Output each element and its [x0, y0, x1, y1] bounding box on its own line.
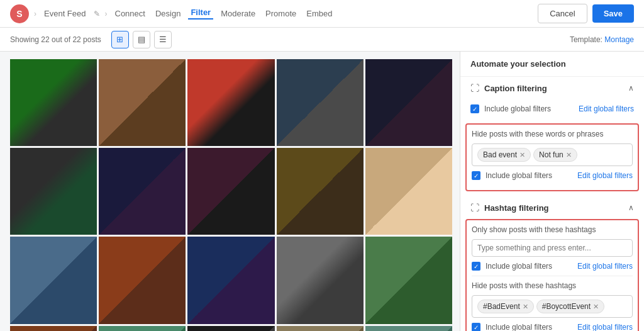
- only-show-label: Only show posts with these hashtags: [472, 225, 633, 234]
- photo-grid: [10, 59, 452, 331]
- hide-words-tags-area[interactable]: Bad event✕Not fun✕: [472, 143, 633, 166]
- nav-connect[interactable]: Connect: [113, 9, 148, 18]
- tag-remove-button[interactable]: ✕: [519, 151, 525, 159]
- hide-hashtag-tags-area[interactable]: #BadEvent✕#BoycottEvent✕: [472, 295, 633, 318]
- sub-bar: Showing 22 out of 22 posts ⊞ ▤ ☰ Templat…: [0, 28, 644, 52]
- photo-cell[interactable]: [99, 326, 186, 331]
- tag-remove-button[interactable]: ✕: [593, 303, 599, 311]
- caption-section-title: Caption filtering: [484, 84, 628, 93]
- tag-remove-button[interactable]: ✕: [523, 303, 528, 311]
- tag-remove-button[interactable]: ✕: [566, 151, 572, 159]
- view-icons: ⊞ ▤ ☰: [111, 31, 172, 48]
- list-view-icon[interactable]: ▤: [133, 31, 150, 48]
- hashtag-tag: #BadEvent✕: [477, 300, 534, 313]
- showing-text: Showing 22 out of 22 posts: [10, 35, 101, 44]
- right-panel: Automate your selection ⛶ Caption filter…: [460, 52, 644, 331]
- divider: [472, 276, 633, 276]
- grid-view-icon[interactable]: ⊞: [111, 31, 129, 48]
- photo-cell[interactable]: [10, 326, 97, 331]
- photo-cell[interactable]: [187, 59, 274, 146]
- hide-hashtag-edit-link[interactable]: Edit global filters: [577, 323, 633, 331]
- nav-promote[interactable]: Promote: [263, 9, 299, 18]
- photo-cell[interactable]: [277, 59, 364, 146]
- hide-hashtag-label: Hide posts with these hashtags: [472, 281, 633, 290]
- hashtag-chevron-icon: ∧: [628, 203, 634, 212]
- photo-cell[interactable]: [99, 237, 186, 323]
- caption-chevron-icon: ∧: [628, 84, 634, 93]
- panel-header: Automate your selection: [460, 52, 644, 77]
- caption-include-label: Include global filters: [484, 104, 574, 113]
- template-label: Template:: [570, 35, 602, 44]
- only-show-edit-link[interactable]: Edit global filters: [577, 262, 633, 271]
- photo-grid-area: [0, 52, 460, 331]
- nav-filter[interactable]: Filter: [188, 8, 213, 20]
- photo-cell[interactable]: [277, 326, 364, 331]
- hide-edit-link[interactable]: Edit global filters: [577, 171, 633, 180]
- photo-cell[interactable]: [10, 148, 97, 235]
- hashtag-type-input[interactable]: [472, 239, 633, 257]
- hashtag-section-title: Hashtag filtering: [484, 203, 628, 213]
- photo-cell[interactable]: [365, 148, 452, 235]
- hide-include-checkbox[interactable]: [472, 171, 480, 180]
- nav-design[interactable]: Design: [153, 9, 183, 18]
- nav-chevron-2: ›: [105, 9, 108, 18]
- hashtag-content-section: Only show posts with these hashtags Incl…: [465, 219, 639, 331]
- photo-cell[interactable]: [99, 148, 186, 235]
- caption-edit-link[interactable]: Edit global filters: [579, 104, 634, 113]
- only-show-include-checkbox[interactable]: [472, 262, 480, 271]
- tag-label: Bad event: [483, 150, 517, 159]
- photo-cell[interactable]: [10, 237, 97, 323]
- photo-cell[interactable]: [187, 326, 274, 331]
- caption-include-checkbox[interactable]: [470, 104, 479, 113]
- hide-words-section: Hide posts with these words or phrases B…: [465, 123, 639, 191]
- main-layout: Automate your selection ⛶ Caption filter…: [0, 52, 644, 331]
- hashtag-section-header[interactable]: ⛶ Hashtag filtering ∧: [460, 196, 644, 219]
- hide-include-label: Include global filters: [486, 171, 572, 180]
- hide-hashtag-include-checkbox[interactable]: [472, 323, 480, 331]
- photo-cell[interactable]: [365, 237, 452, 323]
- nav-embed[interactable]: Embed: [304, 9, 335, 18]
- caption-tag: Bad event✕: [477, 148, 531, 162]
- breadcrumb-chevron: ›: [34, 9, 36, 18]
- hashtag-tag: #BoycottEvent✕: [536, 300, 604, 313]
- caption-section-header[interactable]: ⛶ Caption filtering ∧: [460, 77, 644, 99]
- tag-label: #BadEvent: [483, 302, 520, 311]
- nav-breadcrumb[interactable]: Event Feed: [42, 9, 89, 18]
- top-nav: S › Event Feed ✎ › Connect Design Filter…: [0, 0, 644, 28]
- card-view-icon[interactable]: ☰: [154, 31, 172, 48]
- photo-cell[interactable]: [365, 59, 452, 146]
- caption-tag: Not fun✕: [533, 148, 577, 162]
- photo-cell[interactable]: [187, 237, 274, 323]
- photo-cell[interactable]: [10, 59, 97, 146]
- edit-icon: ✎: [94, 9, 100, 18]
- hide-hashtag-include-label: Include global filters: [486, 323, 572, 331]
- photo-cell[interactable]: [187, 148, 274, 235]
- cancel-button[interactable]: Cancel: [538, 4, 587, 23]
- hashtag-filter-icon: ⛶: [470, 203, 479, 213]
- caption-include-row: Include global filters Edit global filte…: [460, 99, 644, 123]
- template-name: Montage: [602, 35, 634, 44]
- photo-cell[interactable]: [99, 59, 186, 146]
- photo-cell[interactable]: [277, 237, 364, 323]
- tag-label: #BoycottEvent: [542, 302, 591, 311]
- photo-cell[interactable]: [277, 148, 364, 235]
- tag-label: Not fun: [539, 150, 564, 159]
- hide-words-label: Hide posts with these words or phrases: [472, 130, 633, 138]
- caption-filter-icon: ⛶: [470, 83, 479, 93]
- only-show-include-label: Include global filters: [486, 262, 572, 271]
- nav-moderate[interactable]: Moderate: [218, 9, 258, 18]
- save-button[interactable]: Save: [592, 4, 634, 23]
- logo: S: [10, 4, 29, 23]
- photo-cell[interactable]: [365, 326, 452, 331]
